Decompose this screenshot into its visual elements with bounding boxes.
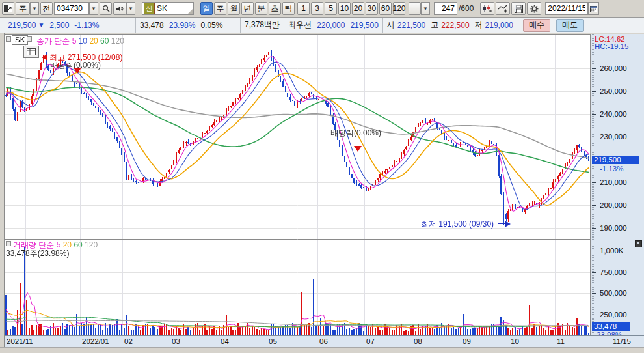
toolbar: 주 ▼ 전 ▼ ▼ 신 SK bbox=[0, 0, 644, 18]
price-axis-label: 210,000 bbox=[600, 178, 627, 186]
interval-button[interactable]: 10 bbox=[338, 2, 351, 15]
price-axis-label: 260,000 bbox=[600, 64, 627, 72]
high-price: 222,500 bbox=[441, 21, 469, 30]
compare-candle-button[interactable] bbox=[480, 2, 494, 15]
interval-button[interactable]: 1 bbox=[297, 2, 310, 15]
interval-button[interactable]: 60 bbox=[379, 2, 392, 15]
price-tick bbox=[592, 91, 596, 92]
volume-legend-ma60: 60 bbox=[74, 240, 82, 249]
pane-resize-icon[interactable] bbox=[635, 240, 642, 247]
date-axis-label: 03 bbox=[172, 337, 180, 345]
stock-code-input[interactable] bbox=[54, 2, 89, 15]
price-tick bbox=[592, 68, 596, 69]
date-axis-label: 2022/01 bbox=[82, 337, 109, 345]
volume-tick bbox=[592, 315, 596, 315]
interval-button[interactable]: 30 bbox=[366, 2, 378, 15]
sound-combo[interactable]: ▼ bbox=[113, 2, 135, 15]
price-axis[interactable]: LC:14.62 HC:-19.15 219,500 -1.13% 260,00… bbox=[591, 34, 644, 239]
chart-type-value[interactable]: 주 bbox=[16, 2, 30, 15]
gear-icon bbox=[530, 5, 539, 13]
chart-type-dropdown-arrow[interactable]: ▼ bbox=[30, 2, 39, 15]
current-price: 219,500 bbox=[8, 21, 36, 30]
date-axis-label: 02 bbox=[124, 337, 133, 345]
period-tab[interactable]: 주 bbox=[214, 2, 226, 15]
best-ask: 220,000 bbox=[317, 21, 345, 30]
volume-pane-handle[interactable] bbox=[6, 241, 11, 246]
price-tick bbox=[592, 182, 596, 183]
pane-title-box[interactable]: SK bbox=[12, 35, 28, 45]
interval-button[interactable]: 120 bbox=[393, 2, 405, 15]
date-axis-label: 08 bbox=[414, 337, 422, 345]
search-icon bbox=[102, 5, 110, 12]
ratio-pct: 0.05% bbox=[200, 21, 222, 30]
candlestick-chart-canvas[interactable] bbox=[5, 34, 591, 335]
date-input[interactable] bbox=[545, 2, 588, 15]
turnover-pct: 23.98% bbox=[169, 21, 196, 30]
volume-value: 33,478 bbox=[140, 21, 164, 30]
volume-axis-label: 750,000 bbox=[600, 268, 627, 276]
period-tab[interactable]: 년 bbox=[241, 2, 254, 15]
volume-axis-minor-ticks bbox=[592, 239, 594, 335]
price-axis-label: 200,000 bbox=[600, 201, 627, 209]
price-legend: 종가 단순 5 10 20 60 120 bbox=[36, 36, 124, 47]
date-field[interactable] bbox=[545, 2, 599, 15]
compare-line-button[interactable] bbox=[496, 2, 510, 15]
arrow-left-icon bbox=[42, 54, 47, 61]
period-tab[interactable]: 분 bbox=[255, 2, 267, 15]
arrow-right-icon bbox=[505, 221, 511, 227]
candle-count-input[interactable] bbox=[434, 2, 457, 15]
pane-handle-right[interactable] bbox=[27, 36, 32, 42]
date-axis-label: 04 bbox=[221, 337, 229, 345]
open-label: 시 bbox=[387, 20, 395, 31]
best-quote: 최우선 220,000 219,500 bbox=[284, 18, 383, 33]
resize-grip-icon[interactable] bbox=[188, 9, 193, 14]
period-tab[interactable]: 초 bbox=[269, 2, 281, 15]
volume-summary: 33,478 23.98% 0.05% bbox=[136, 18, 241, 33]
price-axis-label: 240,000 bbox=[600, 110, 627, 118]
interval-button[interactable]: 5 bbox=[325, 2, 337, 15]
date-axis-label: 06 bbox=[319, 337, 328, 345]
save-button[interactable] bbox=[511, 2, 526, 15]
chart-type-combo[interactable]: 주 ▼ bbox=[16, 2, 39, 15]
extra-combo[interactable]: ▼ bbox=[409, 2, 430, 15]
low-label: 저 bbox=[475, 20, 483, 31]
speaker-dropdown-arrow[interactable]: ▼ bbox=[126, 2, 135, 15]
grid-view-button[interactable] bbox=[23, 46, 39, 58]
price-axis-label: 190,000 bbox=[600, 224, 627, 232]
period-tab[interactable]: 일 bbox=[200, 2, 213, 15]
period-tab[interactable]: 월 bbox=[228, 2, 240, 15]
annotation-ex-dividend-2: 배당락(0.00%) bbox=[330, 128, 381, 139]
price-axis-label: 230,000 bbox=[600, 133, 627, 141]
best-label: 최우선 bbox=[288, 20, 312, 31]
buy-button[interactable]: 매수 bbox=[523, 19, 550, 32]
calendar-icon bbox=[590, 5, 597, 12]
calendar-button[interactable] bbox=[588, 2, 599, 15]
code-dropdown-arrow[interactable]: ▼ bbox=[89, 2, 98, 15]
price-legend-ma10: 10 bbox=[79, 36, 87, 46]
volume-axis[interactable]: 33,478 23.98% 1,000K750,000500,000250,00… bbox=[591, 239, 644, 335]
status-bar: 219,500 ▼ 2,500 -1.13% 33,478 23.98% 0.0… bbox=[0, 18, 644, 33]
jeon-button[interactable]: 전 bbox=[40, 2, 53, 15]
interval-button[interactable]: 3 bbox=[311, 2, 323, 15]
low-price: 219,000 bbox=[485, 21, 513, 30]
left-splitter[interactable] bbox=[0, 33, 5, 347]
period-tab-group: 일주월년분초틱 bbox=[200, 2, 295, 15]
search-button[interactable] bbox=[100, 2, 112, 15]
open-price: 221,500 bbox=[397, 21, 425, 30]
pane-handle-left[interactable] bbox=[6, 36, 11, 42]
price-axis-label: 250,000 bbox=[600, 87, 627, 95]
date-axis[interactable]: 11/15 2021/112022/0102030405060708091011 bbox=[5, 335, 644, 347]
current-price-pct: -1.13% bbox=[600, 165, 623, 173]
sell-button[interactable]: 매도 bbox=[556, 19, 584, 32]
date-axis-label: 11 bbox=[557, 337, 565, 345]
window-mode-button[interactable] bbox=[2, 2, 14, 15]
price-legend-ma20: 20 bbox=[89, 36, 98, 46]
speaker-button[interactable] bbox=[113, 2, 126, 15]
price-legend-ma5: 종가 단순 5 bbox=[36, 36, 76, 46]
settings-button[interactable] bbox=[527, 2, 541, 15]
extra-dropdown-arrow[interactable]: ▼ bbox=[421, 2, 430, 15]
period-tab[interactable]: 틱 bbox=[282, 2, 295, 15]
stock-name-field[interactable]: 신 SK bbox=[142, 2, 194, 15]
interval-button[interactable]: 20 bbox=[352, 2, 364, 15]
current-volume-tag: 33,478 bbox=[592, 322, 630, 331]
